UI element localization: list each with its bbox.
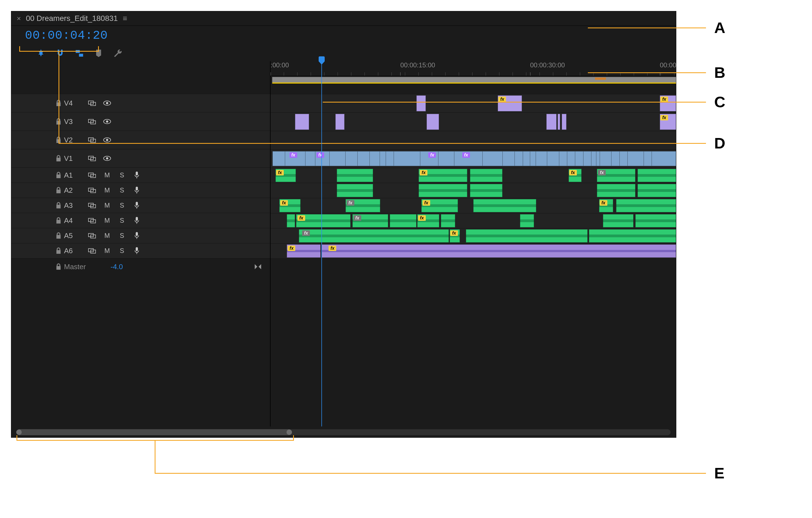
clip[interactable]: fx bbox=[296, 214, 350, 227]
mute-button[interactable]: M bbox=[100, 171, 115, 179]
toggle-track-output-icon[interactable] bbox=[100, 156, 115, 161]
audio-lane[interactable] bbox=[270, 183, 676, 198]
clip[interactable] bbox=[336, 114, 344, 130]
audio-lane[interactable]: fxfxfxfx bbox=[270, 168, 676, 183]
toggle-track-output-icon[interactable] bbox=[100, 137, 115, 143]
clip[interactable] bbox=[562, 114, 567, 130]
clip[interactable]: fx bbox=[417, 214, 439, 227]
linked-selection-icon[interactable] bbox=[75, 48, 84, 58]
panel-menu-button[interactable]: ≡ bbox=[123, 14, 127, 23]
marker-icon[interactable] bbox=[94, 48, 104, 58]
clip[interactable] bbox=[390, 214, 416, 227]
clip[interactable] bbox=[558, 114, 560, 130]
video-lane[interactable]: fxfx bbox=[270, 94, 676, 112]
clip[interactable] bbox=[473, 199, 536, 212]
sync-lock-icon[interactable] bbox=[85, 172, 100, 178]
sync-lock-icon[interactable] bbox=[85, 248, 100, 254]
solo-button[interactable]: S bbox=[115, 217, 129, 224]
clip[interactable] bbox=[638, 184, 676, 197]
video-lane[interactable]: fx bbox=[270, 112, 676, 131]
solo-button[interactable]: S bbox=[115, 186, 129, 194]
track-name[interactable]: V1 bbox=[64, 154, 85, 163]
clip[interactable]: fx bbox=[569, 169, 582, 182]
close-sequence-button[interactable]: × bbox=[17, 14, 21, 23]
current-timecode[interactable]: 00:00:04:20 bbox=[11, 29, 108, 42]
voiceover-record-icon[interactable] bbox=[129, 232, 144, 240]
lock-icon[interactable] bbox=[53, 202, 64, 209]
clip[interactable] bbox=[416, 96, 426, 111]
sync-lock-icon[interactable] bbox=[85, 137, 100, 143]
voiceover-record-icon[interactable] bbox=[129, 201, 144, 209]
master-output-icon[interactable] bbox=[254, 264, 262, 270]
lock-icon[interactable] bbox=[53, 187, 64, 194]
track-name[interactable]: A2 bbox=[64, 186, 85, 195]
sync-lock-icon[interactable] bbox=[85, 118, 100, 125]
clip[interactable]: fx bbox=[599, 199, 613, 212]
wrench-icon[interactable] bbox=[113, 48, 123, 58]
audio-lane[interactable]: fxfx bbox=[270, 243, 676, 258]
track-name[interactable]: V3 bbox=[64, 117, 85, 126]
audio-lane[interactable]: fxfxfx bbox=[270, 213, 676, 228]
lock-icon[interactable] bbox=[53, 100, 64, 106]
track-name[interactable]: A3 bbox=[64, 201, 85, 210]
clip[interactable]: fx bbox=[352, 214, 388, 227]
voiceover-record-icon[interactable] bbox=[129, 217, 144, 224]
mute-button[interactable]: M bbox=[100, 247, 115, 254]
clip[interactable] bbox=[287, 214, 295, 227]
clip[interactable]: fx bbox=[287, 244, 321, 257]
sync-lock-icon[interactable] bbox=[85, 233, 100, 239]
clip[interactable] bbox=[337, 169, 373, 182]
track-name[interactable]: V4 bbox=[64, 99, 85, 108]
zoom-handle-right[interactable] bbox=[287, 430, 292, 435]
sync-lock-icon[interactable] bbox=[85, 202, 100, 209]
toggle-track-output-icon[interactable] bbox=[100, 100, 115, 106]
zoom-thumb[interactable] bbox=[17, 429, 291, 435]
lock-icon[interactable] bbox=[53, 232, 64, 239]
snap-icon[interactable] bbox=[55, 48, 65, 58]
clip[interactable]: fx bbox=[346, 199, 380, 212]
clip[interactable] bbox=[616, 199, 676, 212]
clip[interactable] bbox=[603, 214, 634, 227]
clip[interactable]: fxfxfxfx bbox=[272, 151, 676, 166]
track-name[interactable]: A6 bbox=[64, 247, 85, 255]
insert-icon[interactable] bbox=[36, 48, 46, 58]
zoom-scrollbar[interactable] bbox=[17, 429, 670, 435]
audio-lane[interactable]: fxfx bbox=[270, 228, 676, 243]
sync-lock-icon[interactable] bbox=[85, 100, 100, 106]
clip[interactable]: fx bbox=[450, 229, 460, 243]
mute-button[interactable]: M bbox=[100, 186, 115, 194]
clip[interactable]: fx bbox=[418, 169, 467, 182]
clip[interactable] bbox=[337, 184, 373, 197]
timeline-area[interactable]: :00:0000:00:15:0000:00:30:0000:00:4 fxfx… bbox=[270, 61, 676, 427]
clip[interactable]: fx bbox=[276, 169, 296, 182]
track-name[interactable]: A5 bbox=[64, 231, 85, 240]
clip[interactable] bbox=[441, 214, 455, 227]
lock-icon[interactable] bbox=[53, 264, 64, 270]
clip[interactable] bbox=[597, 184, 635, 197]
track-name[interactable]: V2 bbox=[64, 136, 85, 144]
playhead[interactable] bbox=[321, 61, 322, 427]
solo-button[interactable]: S bbox=[115, 247, 129, 254]
track-name[interactable]: A1 bbox=[64, 171, 85, 180]
clip[interactable] bbox=[520, 214, 534, 227]
toggle-track-output-icon[interactable] bbox=[100, 119, 115, 124]
clip[interactable]: fx bbox=[597, 169, 635, 182]
video-lane[interactable] bbox=[270, 131, 676, 149]
clip[interactable]: fx bbox=[279, 199, 300, 212]
voiceover-record-icon[interactable] bbox=[129, 247, 144, 254]
mute-button[interactable]: M bbox=[100, 232, 115, 240]
lock-icon[interactable] bbox=[53, 155, 64, 162]
lock-icon[interactable] bbox=[53, 217, 64, 224]
sync-lock-icon[interactable] bbox=[85, 187, 100, 193]
audio-lane[interactable]: fxfxfxfx bbox=[270, 198, 676, 213]
clip[interactable]: fx bbox=[498, 96, 522, 111]
clip[interactable] bbox=[638, 169, 676, 182]
clip[interactable] bbox=[466, 229, 587, 243]
clip[interactable]: fx bbox=[660, 96, 676, 111]
track-name[interactable]: A4 bbox=[64, 216, 85, 225]
voiceover-record-icon[interactable] bbox=[129, 186, 144, 194]
work-area-bar[interactable] bbox=[270, 76, 676, 84]
lock-icon[interactable] bbox=[53, 137, 64, 143]
clip[interactable] bbox=[546, 114, 556, 130]
sync-lock-icon[interactable] bbox=[85, 217, 100, 223]
